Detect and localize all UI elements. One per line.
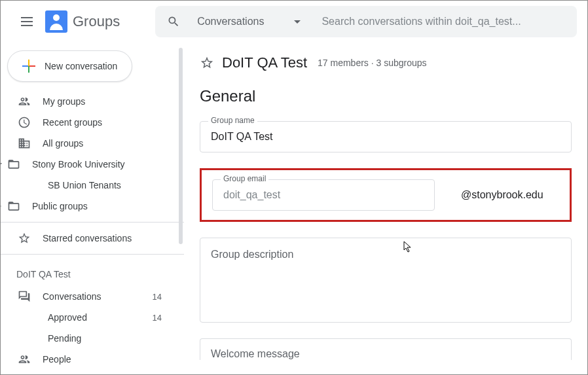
group-name-value: DoIT QA Test <box>211 131 560 143</box>
app-name: Groups <box>73 13 120 30</box>
field-label: Group description <box>211 249 560 260</box>
nav-conversations[interactable]: Conversations 14 <box>1 286 174 307</box>
field-label: Welcome message <box>211 348 560 360</box>
chevron-down-icon <box>1 163 2 166</box>
nav-recent-groups[interactable]: Recent groups <box>1 112 174 133</box>
group-email-value: doit_qa_test <box>223 189 424 201</box>
nav-label: Conversations <box>43 291 153 302</box>
domain-icon <box>18 137 31 150</box>
nav-stony-brook[interactable]: Stony Brook University <box>1 154 174 175</box>
app-logo[interactable]: Groups <box>45 10 120 33</box>
nav-label: People <box>43 354 166 365</box>
folder-icon <box>7 158 20 171</box>
new-conversation-button[interactable]: New conversation <box>7 50 132 82</box>
chevron-right-icon <box>1 204 1 209</box>
nav-all-groups[interactable]: All groups <box>1 133 174 154</box>
email-domain: @stonybrook.edu <box>461 189 543 201</box>
star-outline-icon <box>200 56 214 70</box>
nav-label: Public groups <box>32 201 166 211</box>
star-toggle[interactable] <box>200 56 214 70</box>
nav-label: Starred conversations <box>43 233 166 243</box>
group-email-field[interactable]: Group email doit_qa_test <box>212 179 435 211</box>
nav-label: My groups <box>43 96 166 107</box>
nav-pending[interactable]: Pending <box>1 328 174 349</box>
folder-icon <box>7 200 20 213</box>
scrollbar[interactable] <box>179 48 183 244</box>
divider <box>1 254 184 255</box>
group-description-field[interactable]: Group description <box>200 238 572 323</box>
search-button[interactable] <box>160 9 187 35</box>
nav-starred[interactable]: Starred conversations <box>1 228 174 249</box>
page-header: DoIT QA Test 17 members · 3 subgroups <box>200 48 572 87</box>
nav-members[interactable]: Members <box>1 370 174 374</box>
people-icon <box>18 95 31 108</box>
people-icon <box>18 353 31 366</box>
nav-label: Approved <box>48 312 153 323</box>
nav-label: Stony Brook University <box>32 159 166 170</box>
nav-label: SB Union Tenants <box>48 180 166 190</box>
groups-logo-icon <box>45 10 67 33</box>
clock-icon <box>18 116 31 129</box>
group-email-highlight: Group email doit_qa_test @stonybrook.edu <box>200 168 572 222</box>
search-bar: Conversations <box>155 6 577 37</box>
plus-icon <box>22 60 35 73</box>
nav-my-groups[interactable]: My groups <box>1 91 174 112</box>
page-title: DoIT QA Test <box>222 54 307 71</box>
page-meta: 17 members · 3 subgroups <box>318 58 427 68</box>
search-icon <box>167 15 180 28</box>
field-label: Group email <box>221 174 268 183</box>
app-header: Groups Conversations <box>1 1 587 43</box>
main-menu-button[interactable] <box>11 6 43 37</box>
nav-label: Recent groups <box>43 117 166 128</box>
collapse-toggle[interactable] <box>1 163 6 166</box>
group-section-title: DoIT QA Test <box>1 260 184 286</box>
main-content: DoIT QA Test 17 members · 3 subgroups Ge… <box>184 43 587 374</box>
nav-people[interactable]: People <box>1 349 174 370</box>
nav-count: 14 <box>153 292 162 302</box>
forum-icon <box>18 290 31 303</box>
star-icon <box>18 232 31 245</box>
search-filter-dropdown[interactable]: Conversations <box>187 16 311 27</box>
nav-label: All groups <box>43 138 166 149</box>
search-filter-label: Conversations <box>197 16 264 27</box>
divider <box>1 222 184 223</box>
nav-label: Pending <box>48 333 166 344</box>
nav-count: 14 <box>153 313 162 323</box>
sidebar: New conversation My groups Recent groups… <box>1 43 184 374</box>
search-input[interactable] <box>311 16 572 27</box>
section-heading: General <box>200 87 572 105</box>
hamburger-icon <box>21 17 33 26</box>
field-label: Group name <box>208 116 257 125</box>
expand-toggle[interactable] <box>1 204 6 209</box>
group-name-field[interactable]: Group name DoIT QA Test <box>200 121 572 152</box>
nav-public-groups[interactable]: Public groups <box>1 196 174 217</box>
welcome-message-field[interactable]: Welcome message <box>200 338 572 360</box>
dropdown-icon <box>294 20 301 24</box>
nav-sb-union[interactable]: SB Union Tenants <box>1 175 174 196</box>
nav-approved[interactable]: Approved 14 <box>1 307 174 328</box>
new-conversation-label: New conversation <box>45 61 117 71</box>
